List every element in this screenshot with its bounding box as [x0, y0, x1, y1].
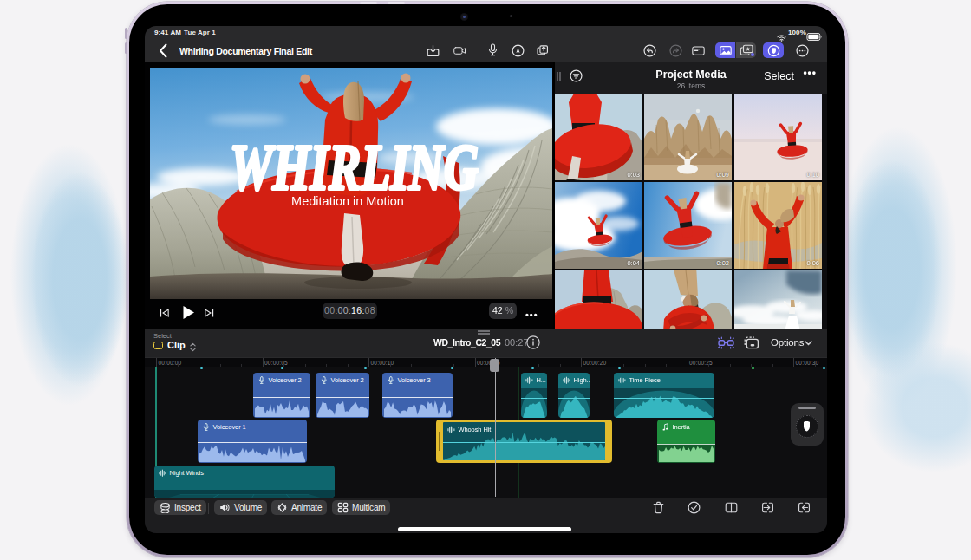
svg-text:Meditation in Motion: Meditation in Motion: [291, 194, 404, 208]
svg-text:WHIRLING: WHIRLING: [230, 133, 479, 203]
